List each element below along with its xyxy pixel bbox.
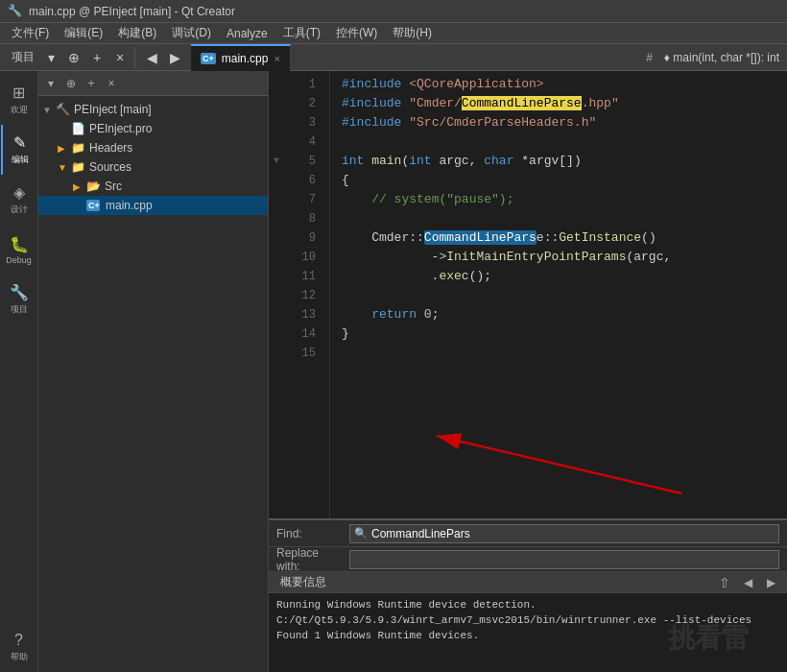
- sidebar-item-help[interactable]: ? 帮助: [1, 622, 37, 672]
- code-line-5: int main(int argc, char *argv[]): [342, 152, 787, 171]
- toolbar-link-btn[interactable]: ⊕: [63, 47, 84, 68]
- output-content: Running Windows Runtime device detection…: [269, 593, 787, 672]
- find-input[interactable]: [371, 527, 775, 540]
- replace-label: Replace with:: [276, 546, 344, 573]
- panel-filter-btn[interactable]: ▾: [42, 75, 60, 92]
- tree-area: ▼ 🔨 PEInject [main] 📄 PEInject.pro ▶ 📁 H…: [38, 96, 268, 672]
- tree-label-sources: Sources: [89, 160, 131, 174]
- sidebar-label-design: 设计: [11, 204, 28, 216]
- output-line-1: Running Windows Runtime device detection…: [276, 597, 779, 612]
- panel-toolbar: ▾ ⊕ + ×: [38, 71, 268, 96]
- code-line-8: [342, 209, 787, 228]
- replace-input-wrap[interactable]: [349, 550, 779, 569]
- toolbar-back-btn[interactable]: ◀: [141, 47, 162, 68]
- code-line-4: [342, 132, 787, 152]
- sidebar-item-welcome[interactable]: ⊞ 欢迎: [1, 75, 37, 125]
- toolbar-project-label: 项目: [8, 49, 38, 65]
- sidebar-label-debug: Debug: [6, 255, 32, 265]
- tree-item-sources[interactable]: ▼ 📁 Sources: [38, 157, 268, 177]
- output-line-2: C:/Qt/Qt5.9.3/5.9.3/winrt_armv7_msvc2015…: [276, 612, 779, 628]
- code-line-13: return 0;: [342, 305, 787, 324]
- panel-add-btn[interactable]: +: [83, 75, 100, 92]
- replace-input[interactable]: [354, 553, 775, 566]
- breadcrumb-function: ♦ main(int, char *[]): int: [660, 51, 783, 64]
- panel-close-btn[interactable]: ×: [103, 75, 120, 92]
- code-line-9: Cmder::CommandLineParse::GetInstance(): [342, 228, 787, 248]
- tree-icon-pro: 📄: [71, 122, 86, 135]
- output-tab-bar: 概要信息 ⇧ ◀ ▶: [269, 572, 787, 593]
- breadcrumb-hash: #: [638, 51, 660, 64]
- menu-item-help[interactable]: 帮助(H): [385, 23, 440, 43]
- debug-icon: 🐛: [10, 235, 29, 253]
- fold-gutter: ▼: [269, 71, 284, 518]
- code-container: ▼ 1 2 3 4: [269, 71, 787, 518]
- tree-icon-root: 🔨: [56, 103, 71, 116]
- menu-item-build[interactable]: 构建(B): [110, 23, 164, 43]
- tree-item-root[interactable]: ▼ 🔨 PEInject [main]: [38, 100, 268, 119]
- sidebar-label-welcome: 欢迎: [11, 104, 28, 116]
- sidebar-item-project[interactable]: 🔧 项目: [1, 275, 37, 324]
- code-lines: #include <QCoreApplication> #include "Cm…: [330, 71, 787, 518]
- tree-label-headers: Headers: [89, 141, 132, 155]
- sidebar-item-debug[interactable]: 🐛 Debug: [1, 225, 37, 275]
- code-line-7: // system("pause");: [342, 190, 787, 209]
- tree-label-main-cpp: main.cpp: [106, 199, 153, 212]
- code-line-11: .exec();: [342, 267, 787, 286]
- code-line-1: #include <QCoreApplication>: [342, 75, 787, 94]
- sidebar-label-project: 项目: [11, 303, 28, 316]
- find-bar: Find: 🔍: [269, 520, 787, 547]
- toolbar-filter-btn[interactable]: ▾: [40, 47, 61, 68]
- find-input-wrap[interactable]: 🔍: [349, 524, 779, 543]
- help-icon: ?: [14, 632, 23, 649]
- tree-label-root: PEInject [main]: [74, 103, 152, 116]
- output-tab-summary[interactable]: 概要信息: [276, 572, 330, 592]
- tree-icon-main-cpp: C+: [86, 200, 100, 211]
- welcome-icon: ⊞: [12, 84, 25, 102]
- menu-item-analyze[interactable]: Analyze: [219, 25, 275, 42]
- code-line-12: [342, 286, 787, 305]
- tree-item-src[interactable]: ▶ 📂 Src: [38, 177, 268, 196]
- project-panel: ▾ ⊕ + × ▼ 🔨 PEInject [main] 📄 PEInject.p…: [38, 71, 269, 672]
- replace-bar: Replace with:: [269, 547, 787, 572]
- toolbar-close-btn[interactable]: ×: [109, 47, 131, 68]
- sidebar-item-design[interactable]: ◈ 设计: [1, 175, 37, 225]
- tree-item-pro[interactable]: 📄 PEInject.pro: [38, 119, 268, 138]
- menu-item-controls[interactable]: 控件(W): [328, 23, 385, 43]
- menu-item-tools[interactable]: 工具(T): [275, 23, 328, 43]
- tree-arrow-headers: ▶: [58, 143, 71, 154]
- code-line-15: [342, 344, 787, 363]
- open-file-tab[interactable]: C+ main.cpp ×: [191, 44, 291, 71]
- sidebar-label-edit: 编辑: [12, 154, 29, 166]
- tree-item-main-cpp[interactable]: C+ main.cpp: [38, 196, 268, 215]
- output-line-3: Found 1 Windows Runtime devices.: [276, 628, 779, 643]
- tree-item-headers[interactable]: ▶ 📁 Headers: [38, 138, 268, 157]
- tab-close-btn[interactable]: ×: [274, 53, 279, 64]
- fold-button-5[interactable]: ▼: [269, 152, 284, 171]
- tree-label-pro: PEInject.pro: [89, 122, 152, 135]
- project-icon: 🔧: [10, 283, 29, 301]
- cpp-icon: C+: [201, 53, 216, 64]
- menu-item-debug[interactable]: 调试(D): [164, 23, 219, 43]
- panel-sync-btn[interactable]: ⊕: [62, 75, 80, 92]
- code-line-3: #include "Src/CmderParseHeaders.h": [342, 113, 787, 132]
- find-label: Find:: [276, 527, 344, 540]
- menu-item-file[interactable]: 文件(F): [4, 23, 57, 43]
- sidebar-item-edit[interactable]: ✎ 编辑: [1, 125, 37, 175]
- tree-arrow-root: ▼: [42, 105, 56, 115]
- output-prev-btn[interactable]: ◀: [739, 574, 756, 591]
- bottom-panel: Find: 🔍 Replace with: 概要信息 ⇧ ◀ ▶: [269, 518, 787, 672]
- editor-area: ▼ 1 2 3 4: [269, 71, 787, 518]
- toolbar-forward-btn[interactable]: ▶: [164, 47, 185, 68]
- tree-arrow-sources: ▼: [58, 162, 71, 173]
- output-upload-btn[interactable]: ⇧: [716, 574, 733, 591]
- code-line-2: #include "Cmder/CommandLineParse.hpp": [342, 94, 787, 113]
- tree-label-src: Src: [105, 180, 122, 193]
- window-title: main.cpp @ PEInject [main] - Qt Creator: [29, 5, 235, 18]
- output-next-btn[interactable]: ▶: [762, 574, 779, 591]
- design-icon: ◈: [13, 183, 25, 202]
- search-icon: 🔍: [354, 527, 368, 540]
- tree-icon-headers: 📁: [71, 141, 86, 155]
- toolbar-add-btn[interactable]: +: [86, 47, 107, 68]
- menu-item-edit[interactable]: 编辑(E): [57, 23, 110, 43]
- title-bar: 🔧 main.cpp @ PEInject [main] - Qt Creato…: [0, 0, 787, 23]
